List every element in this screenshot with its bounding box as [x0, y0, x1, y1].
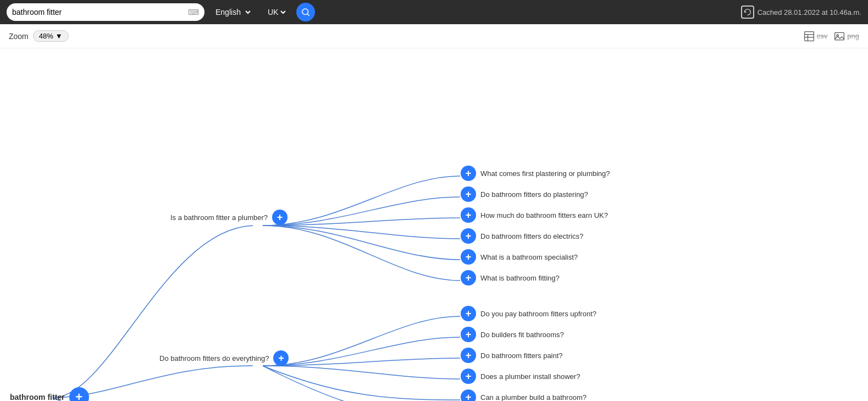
image-icon — [834, 31, 845, 42]
region-select[interactable]: UK US AU CA — [266, 7, 288, 17]
table-export-button[interactable]: csv — [804, 31, 828, 42]
region-dropdown[interactable]: UK US AU CA — [261, 3, 292, 21]
cached-icon — [741, 6, 754, 19]
cached-text: Cached 28.01.2022 at 10.46a.m. — [758, 8, 861, 17]
zoom-dropdown[interactable]: 48% ▼ — [33, 30, 69, 42]
leaf-1-4-expand-button[interactable]: + — [461, 228, 476, 244]
branch-node-2: + Do bathroom fitters do everything? — [159, 350, 289, 366]
cached-info: Cached 28.01.2022 at 10.46a.m. — [741, 6, 861, 19]
search-button[interactable] — [296, 3, 315, 21]
png-label: png — [847, 32, 859, 40]
search-input[interactable] — [12, 8, 186, 17]
leaf-1-6-label: What is bathroom fitting? — [480, 274, 560, 282]
zoom-label: Zoom — [9, 32, 29, 41]
root-expand-button[interactable]: + — [69, 387, 89, 401]
svg-rect-2 — [804, 31, 814, 41]
branch-2-expand-button[interactable]: + — [273, 350, 289, 366]
csv-label: csv — [817, 32, 828, 40]
leaf-2-3-expand-button[interactable]: + — [461, 348, 476, 363]
leaf-2-4-label: Does a plumber install shower? — [480, 372, 580, 381]
leaf-node-1-2: + Do bathroom fitters do plastering? — [461, 186, 588, 202]
leaf-2-5-expand-button[interactable]: + — [461, 389, 476, 401]
search-icon — [301, 7, 311, 17]
branch-node-1: + Is a bathroom fitter a plumber? — [170, 210, 288, 225]
toolbar-right: csv png — [804, 31, 859, 42]
leaf-1-4-label: Do bathroom fitters do electrics? — [480, 232, 583, 240]
search-box[interactable]: ⌨ — [7, 3, 204, 21]
language-dropdown[interactable]: English French German Spanish — [209, 3, 257, 21]
leaf-2-5-label: Can a plumber build a bathroom? — [480, 393, 587, 402]
leaf-1-1-expand-button[interactable]: + — [461, 166, 476, 181]
leaf-node-1-3: + How much do bathroom fitters earn UK? — [461, 207, 608, 223]
topbar: ⌨ English French German Spanish UK US AU… — [0, 0, 868, 24]
leaf-1-3-label: How much do bathroom fitters earn UK? — [480, 211, 608, 219]
keyboard-icon: ⌨ — [188, 8, 199, 17]
leaf-1-5-label: What is a bathroom specialist? — [480, 253, 578, 261]
table-icon — [804, 31, 815, 42]
leaf-1-5-expand-button[interactable]: + — [461, 249, 476, 265]
leaf-2-1-label: Do you pay bathroom fitters upfront? — [480, 310, 596, 318]
branch-1-label: Is a bathroom fitter a plumber? — [170, 213, 268, 222]
svg-rect-6 — [835, 32, 844, 40]
mindmap-canvas: + bathroom fitter + Is a bathroom fitter… — [0, 48, 868, 401]
root-node: + bathroom fitter — [10, 387, 89, 401]
image-export-button[interactable]: png — [834, 31, 859, 42]
leaf-node-1-4: + Do bathroom fitters do electrics? — [461, 228, 583, 244]
leaf-node-1-5: + What is a bathroom specialist? — [461, 249, 578, 265]
branch-1-expand-button[interactable]: + — [272, 210, 288, 225]
leaf-2-1-expand-button[interactable]: + — [461, 306, 476, 321]
leaf-1-2-expand-button[interactable]: + — [461, 186, 476, 202]
leaf-node-2-3: + Do bathroom fitters paint? — [461, 348, 563, 363]
leaf-1-6-expand-button[interactable]: + — [461, 270, 476, 285]
zoom-value: 48% — [39, 32, 53, 40]
root-label: bathroom fitter — [10, 393, 65, 401]
leaf-1-3-expand-button[interactable]: + — [461, 207, 476, 223]
leaf-1-1-label: What comes first plastering or plumbing? — [480, 169, 610, 178]
language-select[interactable]: English French German Spanish — [213, 7, 252, 17]
leaf-node-2-5: + Can a plumber build a bathroom? — [461, 389, 587, 401]
leaf-2-2-label: Do builders fit bathrooms? — [480, 331, 564, 339]
leaf-1-2-label: Do bathroom fitters do plastering? — [480, 190, 588, 199]
leaf-2-2-expand-button[interactable]: + — [461, 327, 476, 342]
toolbar: Zoom 48% ▼ csv png — [0, 24, 868, 48]
leaf-node-1-6: + What is bathroom fitting? — [461, 270, 560, 285]
leaf-node-2-4: + Does a plumber install shower? — [461, 369, 580, 384]
branch-2-label: Do bathroom fitters do everything? — [159, 354, 269, 362]
leaf-node-2-1: + Do you pay bathroom fitters upfront? — [461, 306, 596, 321]
chevron-down-icon: ▼ — [56, 32, 63, 40]
svg-line-1 — [307, 14, 309, 15]
leaf-2-4-expand-button[interactable]: + — [461, 369, 476, 384]
leaf-2-3-label: Do bathroom fitters paint? — [480, 351, 563, 360]
leaf-node-1-1: + What comes first plastering or plumbin… — [461, 166, 610, 181]
mindmap-lines — [0, 48, 868, 401]
leaf-node-2-2: + Do builders fit bathrooms? — [461, 327, 564, 342]
svg-point-0 — [302, 9, 308, 15]
